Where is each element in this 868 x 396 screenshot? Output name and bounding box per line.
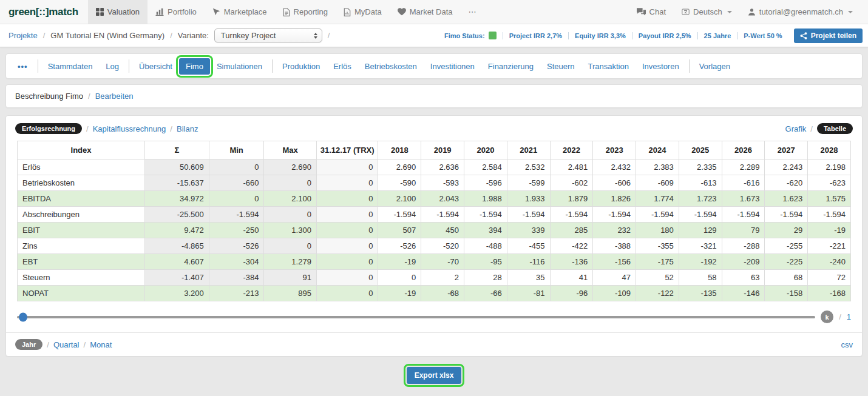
value-cell: -156	[593, 254, 636, 270]
table-row-ebit: EBIT9.472-2501.3000507450394339285232180…	[18, 223, 851, 238]
slider-knob[interactable]	[19, 312, 27, 321]
tab-stammdaten[interactable]: Stammdaten	[41, 58, 100, 75]
nav-item-more[interactable]: ⋯	[461, 0, 484, 24]
user-menu[interactable]: tutorial@greenmatch.ch	[740, 0, 861, 24]
column-header-31-12-17-trx[interactable]: 31.12.17 (TRX)	[316, 141, 378, 159]
nav-item-mydata[interactable]: MyData	[336, 0, 390, 24]
tab-übersicht[interactable]: Übersicht	[132, 58, 179, 75]
value-cell: 0	[316, 254, 378, 270]
column-header-2019[interactable]: 2019	[421, 141, 464, 159]
value-cell: -321	[679, 238, 722, 254]
column-header-2028[interactable]: 2028	[808, 141, 851, 159]
fimo-status-label: Fimo Status:	[444, 32, 485, 39]
value-cell: 0	[378, 270, 421, 286]
value-cell: 2.532	[507, 159, 550, 175]
nav-item-portfolio[interactable]: Portfolio	[147, 0, 205, 24]
language-menu[interactable]: Deutsch	[674, 0, 740, 24]
row-label: EBITDA	[18, 191, 145, 207]
chat-button[interactable]: Chat	[629, 0, 674, 24]
column-header-index[interactable]: Index	[18, 141, 145, 159]
tab-separator	[38, 59, 38, 73]
value-cell: -213	[209, 286, 264, 301]
value-cell: -136	[550, 254, 593, 270]
value-cell: 129	[679, 223, 722, 238]
value-cell: -1.594	[464, 207, 507, 223]
unit-badge[interactable]: k	[821, 310, 833, 323]
breadcrumb-bar: Projekte / GM Tutorial EN (Wind Germany)…	[0, 24, 868, 47]
user-icon	[748, 8, 756, 16]
nav-item-marketplace[interactable]: Marketplace	[205, 0, 275, 24]
value-cell: 2.198	[808, 159, 851, 175]
value-cell: 72	[808, 270, 851, 286]
period-switcher: Jahr/Quartal/Monat	[15, 339, 112, 350]
value-cell: -488	[464, 238, 507, 254]
value-cell: 1.300	[264, 223, 316, 238]
value-cell: -590	[378, 175, 421, 191]
value-cell: -606	[593, 175, 636, 191]
tab-investitionen[interactable]: Investitionen	[424, 58, 481, 75]
value-cell: 47	[593, 270, 636, 286]
column-header-2026[interactable]: 2026	[722, 141, 765, 159]
tab-erlös[interactable]: Erlös	[327, 58, 358, 75]
statement-tab-bilanz[interactable]: Bilanz	[177, 124, 198, 133]
value-cell: -122	[636, 286, 679, 301]
app-logo[interactable]: green[::]match	[8, 0, 78, 24]
value-cell: 394	[464, 223, 507, 238]
column-header-2023[interactable]: 2023	[593, 141, 636, 159]
period-toggle-monat[interactable]: Monat	[90, 340, 112, 349]
period-toggle-quartal[interactable]: Quartal	[53, 340, 80, 349]
statement-tab-erfolgsrechnung[interactable]: Erfolgsrechnung	[15, 123, 82, 134]
navbar-right: Chat Deutsch tutorial@greenmatch.ch	[629, 0, 868, 24]
statement-tab-kapitalflussrechnung[interactable]: Kapitalflussrechnung	[93, 124, 166, 133]
value-cell: -1.594	[550, 207, 593, 223]
column-header-2020[interactable]: 2020	[464, 141, 507, 159]
tab-produktion[interactable]: Produktion	[276, 58, 327, 75]
column-header-2021[interactable]: 2021	[507, 141, 550, 159]
column-header-2027[interactable]: 2027	[765, 141, 808, 159]
export-xlsx-button[interactable]: Export xlsx	[407, 367, 462, 384]
value-cell: 91	[264, 270, 316, 286]
page-number-link[interactable]: 1	[847, 312, 851, 321]
tab-transaktion[interactable]: Transaktion	[581, 58, 636, 75]
display-toggle-tabelle[interactable]: Tabelle	[817, 123, 853, 134]
value-cell: -355	[636, 238, 679, 254]
value-cell: 63	[722, 270, 765, 286]
value-cell: -602	[550, 175, 593, 191]
tab-vorlagen[interactable]: Vorlagen	[693, 58, 737, 75]
share-project-button[interactable]: Projekt teilen	[794, 29, 863, 43]
column-header-2022[interactable]: 2022	[550, 141, 593, 159]
tab-steuern[interactable]: Steuern	[540, 58, 581, 75]
column-header-2018[interactable]: 2018	[378, 141, 421, 159]
nav-item-label: ⋯	[469, 7, 476, 16]
breadcrumb-projekte-link[interactable]: Projekte	[8, 31, 38, 40]
timeline-slider[interactable]	[17, 316, 815, 318]
column-header-2025[interactable]: 2025	[679, 141, 722, 159]
tab-fimo[interactable]: Fimo	[179, 58, 210, 75]
row-label: Erlös	[18, 159, 145, 175]
column-header-min[interactable]: Min	[209, 141, 264, 159]
nav-item-label: Market Data	[410, 7, 453, 16]
tab-simulationen[interactable]: Simulationen	[210, 58, 269, 75]
tab-betriebskosten[interactable]: Betriebskosten	[358, 58, 424, 75]
display-toggle-grafik[interactable]: Grafik	[785, 124, 807, 133]
csv-export-link[interactable]: csv	[841, 340, 853, 349]
tab-finanzierung[interactable]: Finanzierung	[481, 58, 540, 75]
tab-investoren[interactable]: Investoren	[636, 58, 686, 75]
share-icon	[800, 32, 807, 39]
value-cell: -613	[679, 175, 722, 191]
nav-item-label: Marketplace	[224, 7, 267, 16]
column-header-2024[interactable]: 2024	[636, 141, 679, 159]
variant-select[interactable]: Turnkey Project	[214, 29, 322, 42]
value-cell: 2.335	[679, 159, 722, 175]
nav-item-reporting[interactable]: Reporting	[275, 0, 336, 24]
nav-item-valuation[interactable]: Valuation	[88, 0, 147, 24]
column-header-more[interactable]: Σ	[145, 141, 209, 159]
period-toggle-jahr[interactable]: Jahr	[15, 339, 42, 350]
tabs-overflow-button[interactable]: •••	[11, 58, 35, 75]
value-cell: -384	[209, 270, 264, 286]
tab-log[interactable]: Log	[99, 58, 126, 75]
edit-link[interactable]: Bearbeiten	[95, 92, 134, 101]
column-header-max[interactable]: Max	[264, 141, 316, 159]
nav-item-market-data[interactable]: Market Data	[390, 0, 461, 24]
language-icon	[682, 8, 690, 16]
